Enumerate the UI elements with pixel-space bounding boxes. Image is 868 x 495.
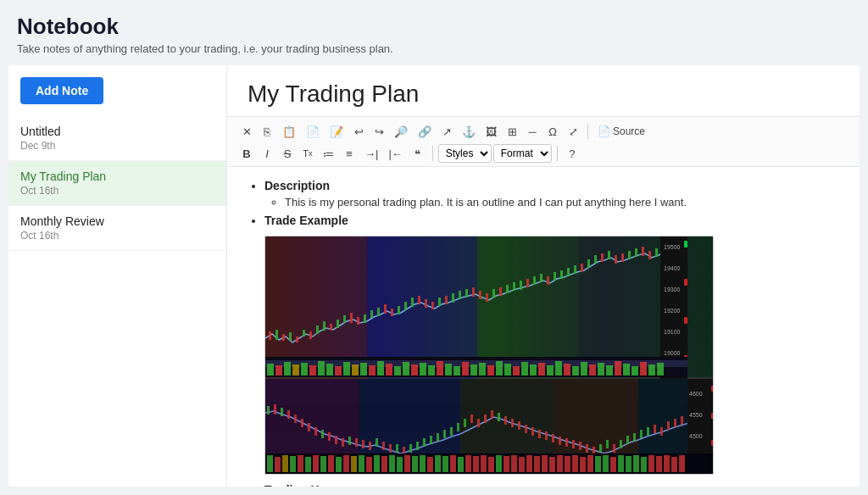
editor-toolbar: ✕ ⎘ 📋 📄 📝 ↩ ↪ 🔎 🔗 ↗ ⚓ 🖼 ⊞ ─ Ω ⤢ xyxy=(227,117,860,167)
maximize-button[interactable]: ⤢ xyxy=(564,122,582,141)
paste-text-button[interactable]: 📄 xyxy=(302,122,324,141)
table-button[interactable]: ⊞ xyxy=(503,122,521,141)
svg-rect-220 xyxy=(381,456,387,472)
styles-select[interactable]: Styles xyxy=(438,144,492,163)
toolbar-row-2: B I S Tx ≔ ≡ →| |← ❝ Styles Format xyxy=(237,144,849,163)
svg-rect-180 xyxy=(606,440,609,448)
svg-rect-119 xyxy=(615,361,621,375)
outdent-button[interactable]: |← xyxy=(384,144,406,163)
svg-rect-103 xyxy=(479,363,486,375)
undo-button[interactable]: ↩ xyxy=(349,122,368,141)
image-button[interactable]: 🖼 xyxy=(481,122,501,141)
svg-rect-213 xyxy=(328,455,334,472)
paste-button[interactable]: 📋 xyxy=(278,122,300,141)
svg-rect-155 xyxy=(437,433,439,442)
svg-rect-247 xyxy=(587,455,593,472)
svg-rect-50 xyxy=(581,264,583,272)
svg-rect-118 xyxy=(606,365,613,375)
blockquote-button[interactable]: ❝ xyxy=(409,144,427,163)
svg-rect-11 xyxy=(316,325,319,334)
svg-rect-123 xyxy=(648,364,655,375)
paste-word-button[interactable]: 📝 xyxy=(326,122,348,141)
svg-rect-169 xyxy=(531,427,534,436)
svg-rect-39 xyxy=(506,285,509,293)
svg-rect-82 xyxy=(301,363,308,375)
redo-button[interactable]: ↪ xyxy=(370,122,388,141)
svg-rect-26 xyxy=(418,296,420,304)
add-note-button[interactable]: Add Note xyxy=(20,77,103,104)
svg-rect-121 xyxy=(632,366,638,375)
svg-rect-57 xyxy=(628,251,631,259)
svg-rect-249 xyxy=(603,455,609,472)
svg-rect-250 xyxy=(610,457,616,472)
svg-rect-25 xyxy=(411,298,414,307)
svg-rect-241 xyxy=(542,455,548,472)
svg-rect-205 xyxy=(267,455,273,472)
editor-content[interactable]: Description This is my personal trading … xyxy=(227,167,860,487)
svg-rect-110 xyxy=(538,363,545,375)
svg-rect-217 xyxy=(359,455,364,472)
format-select[interactable]: Format xyxy=(493,144,552,163)
svg-rect-218 xyxy=(366,457,372,472)
volume-bars-top xyxy=(265,357,687,377)
svg-rect-245 xyxy=(572,455,578,472)
horizontal-line-button[interactable]: ─ xyxy=(523,122,542,141)
subscript-button[interactable]: Tx xyxy=(298,144,317,163)
svg-rect-254 xyxy=(641,457,647,472)
svg-text:4500: 4500 xyxy=(689,433,703,439)
find-button[interactable]: 🔎 xyxy=(390,122,412,141)
svg-rect-32 xyxy=(459,291,461,299)
strikethrough-button[interactable]: S xyxy=(278,144,297,163)
svg-rect-131 xyxy=(274,404,276,414)
indent-button[interactable]: →| xyxy=(360,144,382,163)
content-list: Description This is my personal trading … xyxy=(248,179,839,487)
help-button[interactable]: ? xyxy=(563,144,581,163)
link-button[interactable]: 🔗 xyxy=(414,122,436,141)
svg-rect-255 xyxy=(648,455,654,472)
svg-rect-177 xyxy=(586,444,588,453)
sidebar-item-trading-plan[interactable]: My Trading Plan Oct 16th xyxy=(8,161,226,206)
svg-rect-98 xyxy=(437,361,443,375)
svg-rect-35 xyxy=(479,291,481,299)
svg-rect-233 xyxy=(481,455,487,472)
source-button[interactable]: 📄 Source xyxy=(593,123,649,140)
svg-rect-236 xyxy=(504,456,509,472)
svg-rect-231 xyxy=(465,455,471,472)
svg-rect-154 xyxy=(430,436,432,444)
sidebar-item-monthly-review[interactable]: Monthly Review Oct 16th xyxy=(8,206,226,251)
svg-rect-15 xyxy=(343,315,346,323)
svg-rect-13 xyxy=(330,324,332,331)
bold-button[interactable]: B xyxy=(237,144,256,163)
svg-rect-54 xyxy=(608,251,610,259)
italic-button[interactable]: I xyxy=(258,144,276,163)
svg-rect-136 xyxy=(308,423,310,431)
page-header: Notebook Take notes of anything related … xyxy=(0,0,868,65)
ordered-list-button[interactable]: ≔ xyxy=(319,144,338,163)
svg-rect-89 xyxy=(360,363,367,375)
svg-rect-145 xyxy=(369,442,371,450)
special-char-button[interactable]: Ω xyxy=(543,122,562,141)
copy-button[interactable]: ⎘ xyxy=(258,122,276,141)
unlink-button[interactable]: ↗ xyxy=(437,122,456,141)
svg-rect-171 xyxy=(545,431,548,440)
svg-rect-147 xyxy=(382,442,385,450)
svg-rect-159 xyxy=(464,419,466,427)
svg-rect-86 xyxy=(335,366,342,375)
svg-rect-174 xyxy=(565,438,568,447)
svg-rect-85 xyxy=(326,364,333,375)
svg-rect-157 xyxy=(450,427,453,436)
trading-hours-label: Trading Hours xyxy=(264,483,345,487)
svg-rect-18 xyxy=(364,314,366,323)
unordered-list-button[interactable]: ≡ xyxy=(340,144,359,163)
svg-rect-61 xyxy=(655,248,658,257)
svg-rect-31 xyxy=(452,293,454,303)
cut-button[interactable]: ✕ xyxy=(237,122,256,141)
sidebar-item-title: Monthly Review xyxy=(20,214,214,228)
svg-rect-242 xyxy=(549,457,555,472)
anchor-button[interactable]: ⚓ xyxy=(458,122,480,141)
bottom-chart: 4600 4550 4500 4450 xyxy=(265,379,714,474)
chart-container: 19500 19400 19300 19200 19100 19000 xyxy=(264,236,714,475)
sidebar-item-untitled[interactable]: Untitled Dec 9th xyxy=(8,116,226,161)
svg-rect-80 xyxy=(284,362,291,375)
svg-text:4550: 4550 xyxy=(689,412,703,418)
